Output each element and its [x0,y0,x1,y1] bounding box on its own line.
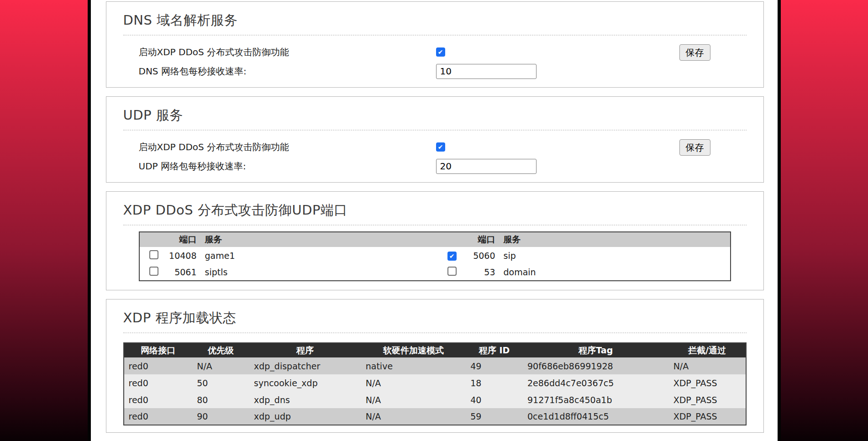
port-service: game1 [198,247,438,264]
dns-enable-checkbox[interactable] [436,47,445,57]
cell-action: XDP_PASS [669,408,746,425]
cell-id: 59 [466,408,523,425]
cell-tag: 90f686eb86991928 [523,357,669,374]
port-service: siptls [198,264,438,281]
content-panel: DNS 域名解析服务 启动XDP DDoS 分布式攻击防御功能 DNS 网络包每… [88,0,781,441]
status-header-action: 拦截/通过 [669,343,746,357]
section-dns: DNS 域名解析服务 启动XDP DDoS 分布式攻击防御功能 DNS 网络包每… [106,1,764,88]
section-ports: XDP DDoS 分布式攻击防御UDP端口 端口 服务 端口 服务 10408 … [106,191,764,290]
cell-id: 40 [466,391,523,408]
section-udp-title: UDP 服务 [123,106,747,124]
status-table-header-row: 网络接口 优先级 程序 软硬件加速模式 程序 ID 程序Tag 拦截/通过 [124,343,746,357]
divider [123,332,747,333]
cell-id: 49 [466,357,523,374]
section-dns-title: DNS 域名解析服务 [123,11,747,29]
dns-save-button[interactable]: 保存 [679,44,710,61]
ports-header-service: 服务 [496,232,731,247]
section-udp: UDP 服务 启动XDP DDoS 分布式攻击防御功能 UDP 网络包每秒接收速… [106,96,764,183]
dns-rate-input[interactable] [436,64,537,79]
cell-priority: 90 [192,408,249,425]
cell-mode: native [361,357,466,374]
cell-mode: N/A [361,391,466,408]
cell-id: 18 [466,374,523,391]
udp-rate-input[interactable] [436,159,537,174]
dns-enable-label: 启动XDP DDoS 分布式攻击防御功能 [139,46,436,58]
ports-header-service: 服务 [198,232,438,247]
udp-enable-label: 启动XDP DDoS 分布式攻击防御功能 [139,141,436,153]
ports-header-spacer [139,232,164,247]
port-service: sip [496,247,731,264]
port-service: domain [496,264,731,281]
cell-priority: 50 [192,374,249,391]
udp-save-button[interactable]: 保存 [679,139,710,156]
port-number: 10408 [164,247,198,264]
ports-header-port: 端口 [463,232,496,247]
cell-action: XDP_PASS [669,391,746,408]
udp-enable-checkbox[interactable] [436,142,445,152]
port-number: 5060 [463,247,496,264]
cell-mode: N/A [361,408,466,425]
cell-tag: 2e86dd4c7e0367c5 [523,374,669,391]
port-checkbox-5060[interactable] [447,252,457,261]
status-header-priority: 优先级 [192,343,249,357]
cell-action: XDP_PASS [669,374,746,391]
divider [123,35,747,36]
cell-interface: red0 [124,408,193,425]
ports-table-header-row: 端口 服务 端口 服务 [139,232,731,247]
cell-interface: red0 [124,391,193,408]
port-checkbox-5061[interactable] [149,267,158,276]
cell-action: N/A [669,357,746,374]
cell-program: xdp_dispatcher [249,357,361,374]
status-header-program: 程序 [249,343,361,357]
divider [123,225,747,226]
cell-interface: red0 [124,357,193,374]
status-header-id: 程序 ID [466,343,523,357]
cell-priority: 80 [192,391,249,408]
divider [123,130,747,131]
cell-program: syncookie_xdp [249,374,361,391]
cell-program: xdp_dns [249,391,361,408]
status-table-row: red0 N/A xdp_dispatcher native 49 90f686… [124,357,746,374]
cell-tag: 91271f5a8c450a1b [523,391,669,408]
port-number: 53 [463,264,496,281]
status-table-row: red0 80 xdp_dns N/A 40 91271f5a8c450a1b … [124,391,746,408]
status-table-row: red0 50 syncookie_xdp N/A 18 2e86dd4c7e0… [124,374,746,391]
port-number: 5061 [164,264,198,281]
cell-priority: N/A [192,357,249,374]
ports-table: 端口 服务 端口 服务 10408 game1 5060 sip [139,231,731,281]
port-checkbox-53[interactable] [447,267,457,276]
cell-program: xdp_udp [249,408,361,425]
cell-tag: 0ce1d1d8ff0415c5 [523,408,669,425]
section-ports-title: XDP DDoS 分布式攻击防御UDP端口 [123,201,747,219]
ports-table-row: 10408 game1 5060 sip [139,247,731,264]
port-checkbox-10408[interactable] [149,250,158,259]
dns-rate-label: DNS 网络包每秒接收速率: [139,65,436,78]
ports-header-port: 端口 [164,232,198,247]
status-header-mode: 软硬件加速模式 [361,343,466,357]
status-header-interface: 网络接口 [124,343,193,357]
section-status: XDP 程序加载状态 网络接口 优先级 程序 软硬件加速模式 程序 ID 程序T… [106,299,764,433]
udp-rate-label: UDP 网络包每秒接收速率: [139,160,436,173]
cell-interface: red0 [124,374,193,391]
ports-header-spacer [438,232,463,247]
cell-mode: N/A [361,374,466,391]
ports-table-row: 5061 siptls 53 domain [139,264,731,281]
status-table-row: red0 90 xdp_udp N/A 59 0ce1d1d8ff0415c5 … [124,408,746,425]
section-status-title: XDP 程序加载状态 [123,309,747,327]
status-table: 网络接口 优先级 程序 软硬件加速模式 程序 ID 程序Tag 拦截/通过 re… [123,342,747,425]
status-header-tag: 程序Tag [523,343,669,357]
